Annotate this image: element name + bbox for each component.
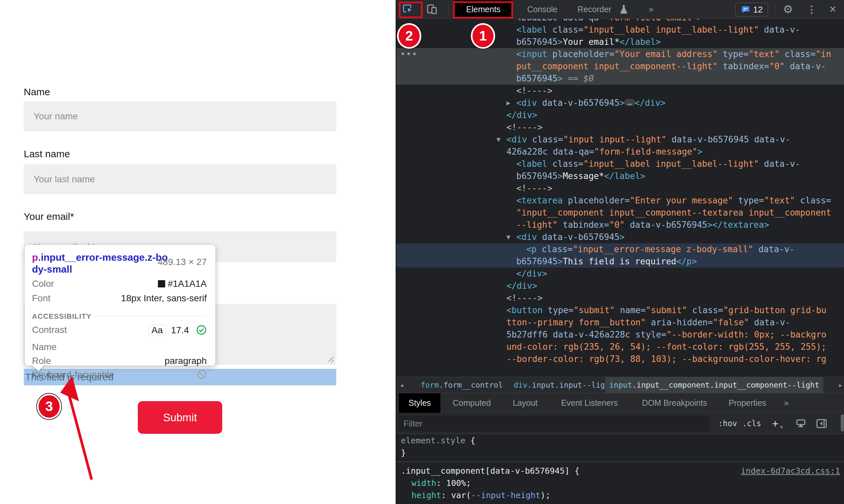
annotation-box-inspect	[399, 2, 423, 18]
annotation-circle-1: 1	[471, 23, 495, 49]
annotation-box-elements	[453, 1, 513, 18]
annotation-circle-2: 2	[397, 23, 421, 49]
screen: Name Your name Last name Your last name …	[0, 0, 844, 504]
annotation-arrow	[0, 0, 844, 504]
annotation-circle-3: 3	[37, 394, 61, 419]
